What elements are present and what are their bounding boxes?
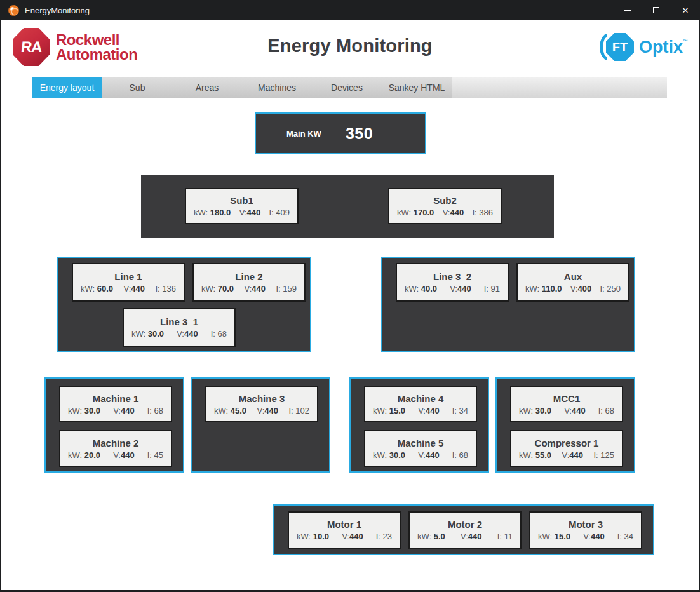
node-card-sub1[interactable]: Sub1 kW: 180.0 V:440 I: 409 xyxy=(185,188,299,224)
node-card-motor-1[interactable]: Motor 1 kW: 10.0 V:440 I: 23 xyxy=(288,511,401,549)
machines-group-2-panel: Machine 3 kW: 45.0 V:440 I: 102 xyxy=(191,377,330,473)
node-title: Motor 2 xyxy=(410,519,520,530)
node-title: Machine 2 xyxy=(60,438,171,448)
node-title: Compressor 1 xyxy=(511,438,622,448)
node-values: kW: 60.0 V:440 I: 136 xyxy=(73,284,184,293)
tab-machines[interactable]: Machines xyxy=(242,77,312,98)
content-area: RA Rockwell Automation Energy Monitoring… xyxy=(1,20,699,590)
node-values: kW: 45.0 V:440 I: 102 xyxy=(206,406,317,415)
node-title: Aux xyxy=(518,271,628,282)
window-controls: ✕ xyxy=(612,0,700,20)
node-values: kW: 15.0 V:440 I: 34 xyxy=(530,532,641,541)
lines-right-group-panel: Line 3_2 kW: 40.0 V:440 I: 91 Aux kW: 11… xyxy=(381,257,635,352)
sub-group-panel: Sub1 kW: 180.0 V:440 I: 409 Sub2 kW: 170… xyxy=(141,175,554,238)
optix-ft-icon: FT xyxy=(606,33,634,61)
node-values: kW: 70.0 V:440 I: 159 xyxy=(194,284,304,293)
node-values: kW: 180.0 V:440 I: 409 xyxy=(186,208,297,217)
node-card-machine-2[interactable]: Machine 2 kW: 20.0 V:440 I: 45 xyxy=(59,430,172,467)
node-card-line-3-2[interactable]: Line 3_2 kW: 40.0 V:440 I: 91 xyxy=(396,263,509,302)
close-icon: ✕ xyxy=(682,6,689,15)
app-icon xyxy=(8,5,19,16)
node-card-machine-4[interactable]: Machine 4 kW: 15.0 V:440 I: 34 xyxy=(364,386,477,422)
node-values: kW: 10.0 V:440 I: 23 xyxy=(289,532,400,541)
node-card-machine-1[interactable]: Machine 1 kW: 30.0 V:440 I: 68 xyxy=(59,386,172,422)
tab-sankey-html[interactable]: Sankey HTML xyxy=(382,77,452,98)
node-title: Machine 5 xyxy=(365,438,476,448)
node-title: Machine 1 xyxy=(60,393,171,404)
node-title: Machine 3 xyxy=(206,393,317,404)
node-title: Line 2 xyxy=(194,271,304,282)
node-card-compressor-1[interactable]: Compressor 1 kW: 55.0 V:440 I: 125 xyxy=(510,430,623,467)
node-values: kW: 15.0 V:440 I: 34 xyxy=(365,406,476,415)
node-card-line-3-1[interactable]: Line 3_1 kW: 30.0 V:440 I: 68 xyxy=(123,308,236,347)
node-values: kW: 30.0 V:440 I: 68 xyxy=(60,406,171,415)
node-card-line-1[interactable]: Line 1 kW: 60.0 V:440 I: 136 xyxy=(72,263,185,302)
tab-sub[interactable]: Sub xyxy=(102,77,172,98)
maximize-button[interactable] xyxy=(642,0,671,20)
node-title: MCC1 xyxy=(511,393,622,404)
node-card-motor-3[interactable]: Motor 3 kW: 15.0 V:440 I: 34 xyxy=(529,511,642,549)
machines-group-4-panel: MCC1 kW: 30.0 V:440 I: 68 Compressor 1 k… xyxy=(495,377,635,473)
node-title: Sub2 xyxy=(389,195,501,206)
node-title: Line 3_1 xyxy=(124,316,234,327)
trademark-symbol: ™ xyxy=(683,39,688,44)
motors-group-panel: Motor 1 kW: 10.0 V:440 I: 23 Motor 2 kW:… xyxy=(273,504,654,555)
page-title: Energy Monitoring xyxy=(1,36,699,57)
titlebar: EnergyMonitoring ✕ xyxy=(0,0,700,20)
node-card-machine-3[interactable]: Machine 3 kW: 45.0 V:440 I: 102 xyxy=(205,386,318,422)
node-title: Motor 3 xyxy=(530,519,641,530)
maximize-icon xyxy=(653,7,659,13)
tab-bar: Energy layout Sub Areas Machines Devices… xyxy=(32,77,667,98)
minimize-icon xyxy=(624,10,631,11)
node-title: Line 1 xyxy=(73,271,184,282)
tab-areas[interactable]: Areas xyxy=(172,77,242,98)
node-card-machine-5[interactable]: Machine 5 kW: 30.0 V:440 I: 68 xyxy=(364,430,477,467)
node-title: Line 3_2 xyxy=(397,271,508,282)
node-card-mcc1[interactable]: MCC1 kW: 30.0 V:440 I: 68 xyxy=(510,386,623,422)
node-values: kW: 55.0 V:440 I: 125 xyxy=(511,450,622,460)
app-window: EnergyMonitoring ✕ RA Rockwell Automatio… xyxy=(0,0,700,592)
node-title: Sub1 xyxy=(186,195,297,206)
machines-group-3-panel: Machine 4 kW: 15.0 V:440 I: 34 Machine 5… xyxy=(349,377,489,473)
lines-left-group-panel: Line 1 kW: 60.0 V:440 I: 136 Line 2 kW: … xyxy=(57,257,311,352)
minimize-button[interactable] xyxy=(612,0,642,20)
optix-logo: FT Optix™ xyxy=(600,33,688,61)
node-values: kW: 30.0 V:440 I: 68 xyxy=(365,450,476,460)
optix-tail xyxy=(640,69,647,74)
node-values: kW: 40.0 V:440 I: 91 xyxy=(397,284,508,293)
node-values: kW: 5.0 V:440 I: 11 xyxy=(410,532,520,541)
node-card-line-2[interactable]: Line 2 kW: 70.0 V:440 I: 159 xyxy=(192,263,306,302)
node-card-aux[interactable]: Aux kW: 110.0 V:400 I: 250 xyxy=(516,263,629,302)
optix-wordmark: Optix™ xyxy=(639,37,688,57)
main-kw-value: 350 xyxy=(346,124,373,143)
machines-group-1-panel: Machine 1 kW: 30.0 V:440 I: 68 Machine 2… xyxy=(44,377,184,473)
close-button[interactable]: ✕ xyxy=(671,0,700,20)
window-title: EnergyMonitoring xyxy=(25,6,90,15)
main-kw-label: Main KW xyxy=(286,129,321,138)
node-title: Machine 4 xyxy=(365,393,476,404)
node-card-sub2[interactable]: Sub2 kW: 170.0 V:440 I: 386 xyxy=(388,188,502,224)
node-values: kW: 20.0 V:440 I: 45 xyxy=(60,450,171,460)
node-values: kW: 110.0 V:400 I: 250 xyxy=(518,284,628,293)
tab-energy-layout[interactable]: Energy layout xyxy=(32,77,102,98)
node-values: kW: 30.0 V:440 I: 68 xyxy=(511,406,622,415)
node-values: kW: 30.0 V:440 I: 68 xyxy=(124,329,234,339)
node-values: kW: 170.0 V:440 I: 386 xyxy=(389,208,501,217)
main-kw-panel[interactable]: Main KW 350 xyxy=(255,112,426,154)
tab-devices[interactable]: Devices xyxy=(312,77,382,98)
node-title: Motor 1 xyxy=(289,519,400,530)
node-card-motor-2[interactable]: Motor 2 kW: 5.0 V:440 I: 11 xyxy=(408,511,522,549)
